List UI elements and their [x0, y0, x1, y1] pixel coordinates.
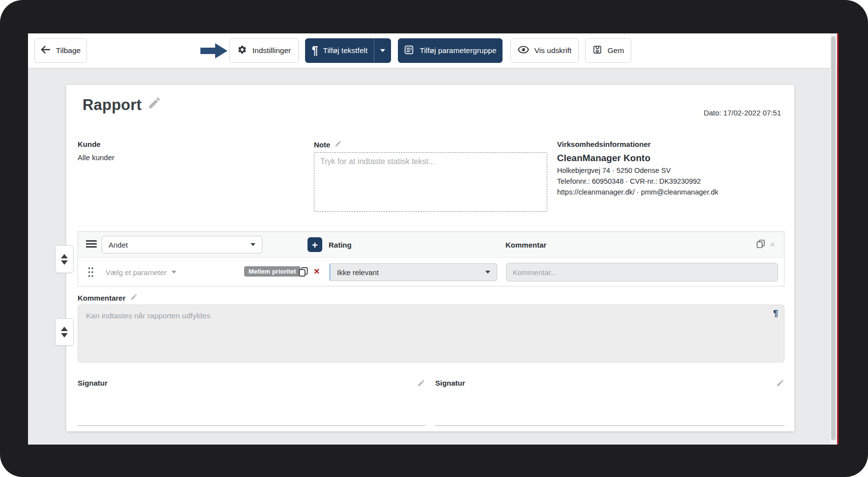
gear-icon [237, 45, 247, 56]
row-comment-input[interactable] [506, 263, 778, 281]
recording-border-line [837, 33, 839, 445]
app-window: Tilbage Indstillinger ¶ Tilføj tekstfelt [28, 33, 839, 445]
company-name: CleanManager Konto [557, 153, 788, 164]
chevron-down-icon [485, 271, 490, 274]
content-area: Rapport Dato: 17/02-2022 07:51 Kunde All… [28, 68, 839, 445]
chevron-down-icon [251, 243, 255, 246]
parameter-group-header: Andet + Rating Kommentar [78, 232, 784, 258]
delete-row-icon[interactable]: × [314, 265, 320, 277]
report-date: Dato: 17/02-2022 07:51 [703, 109, 781, 117]
comments-field-wrap: ¶ [78, 305, 784, 363]
move-comments-section-button[interactable] [55, 318, 74, 346]
company-phone-cvr: Telefonnr.: 60950348 · CVR-nr.: DK392309… [557, 177, 788, 185]
back-button-label: Tilbage [56, 46, 81, 55]
group-header-actions: × [756, 232, 775, 257]
move-down-icon [61, 260, 68, 265]
report-page: Rapport Dato: 17/02-2022 07:51 Kunde All… [66, 85, 794, 431]
settings-button[interactable]: Indstillinger [229, 38, 299, 63]
edit-note-pencil-icon[interactable] [335, 140, 342, 149]
parameter-select-placeholder: Vælg et parameter [106, 268, 167, 277]
pointer-arrow-icon [200, 43, 228, 59]
customer-value: Alle kunder [78, 153, 114, 162]
note-label-row: Note [314, 140, 342, 149]
signature-block: Signatur [78, 379, 425, 426]
add-parametergroup-label: Tilføj parametergruppe [420, 46, 496, 55]
toolbar: Tilbage Indstillinger ¶ Tilføj tekstfelt [28, 33, 839, 68]
save-button[interactable]: Gem [585, 38, 631, 63]
duplicate-row-icon[interactable] [299, 267, 308, 279]
category-select-value: Andet [109, 241, 128, 249]
pilcrow-icon: ¶ [773, 309, 778, 319]
print-preview-button[interactable]: Vis udskrift [510, 38, 579, 63]
add-textfield-dropdown-toggle[interactable] [374, 39, 391, 62]
comments-textarea[interactable] [78, 305, 784, 363]
settings-button-label: Indstillinger [252, 46, 291, 55]
rating-column-header: Rating [329, 232, 352, 257]
remove-group-icon[interactable]: × [770, 240, 775, 249]
chevron-down-icon [171, 271, 176, 274]
add-textfield-button[interactable]: ¶ Tilføj tekstfelt [305, 38, 391, 63]
rating-select[interactable]: Ikke relevant [329, 263, 497, 281]
chevron-down-icon [380, 49, 385, 52]
comment-column-header: Kommentar [505, 232, 546, 257]
add-parametergroup-button[interactable]: Tilføj parametergruppe [398, 38, 503, 63]
signature-block: Signatur [435, 379, 784, 426]
scrollbar-thumb[interactable] [831, 36, 836, 440]
company-web-email: https://cleanmanager.dk/ · pmm@cleanmana… [557, 188, 788, 196]
customer-block: Kunde Alle kunder [78, 140, 114, 162]
parameter-row: Vælg et parameter Mellem prioritet × Ikk… [78, 258, 784, 286]
edit-comments-pencil-icon[interactable] [130, 293, 138, 303]
move-up-icon [61, 327, 68, 331]
move-up-icon [61, 254, 68, 258]
back-arrow-icon [41, 45, 51, 56]
company-info-heading: Virksomhedsinformationer [557, 140, 788, 148]
signature-label: Signatur [78, 379, 108, 387]
window-frame: Tilbage Indstillinger ¶ Tilføj tekstfelt [0, 0, 868, 477]
comments-label-row: Kommentarer [78, 293, 138, 303]
move-parameter-group-button[interactable] [55, 245, 74, 273]
row-drag-handle-icon[interactable] [87, 266, 94, 280]
add-textfield-label: Tilføj tekstfelt [323, 46, 368, 55]
edit-signature-pencil-icon[interactable] [776, 379, 784, 389]
note-label: Note [314, 140, 330, 149]
parameter-group: Andet + Rating Kommentar [78, 231, 784, 286]
signature-label: Signatur [435, 379, 465, 387]
note-input[interactable] [314, 152, 547, 212]
edit-signature-pencil-icon[interactable] [417, 379, 425, 389]
print-preview-label: Vis udskrift [534, 46, 572, 55]
save-floppy-icon [592, 45, 602, 56]
rating-select-value: Ikke relevant [337, 268, 379, 277]
move-down-icon [61, 333, 68, 337]
duplicate-group-icon[interactable] [756, 239, 765, 251]
group-drag-handle-icon[interactable] [86, 240, 97, 249]
comments-label: Kommentarer [78, 294, 126, 302]
parameter-select[interactable]: Vælg et parameter [106, 258, 176, 286]
screenshot-stage: Tilbage Indstillinger ¶ Tilføj tekstfelt [0, 0, 868, 477]
back-button[interactable]: Tilbage [34, 38, 87, 63]
save-button-label: Gem [608, 46, 624, 55]
plus-icon: + [312, 240, 318, 250]
list-icon [404, 45, 414, 57]
priority-badge[interactable]: Mellem prioritet [244, 266, 301, 277]
customer-label: Kunde [78, 140, 114, 148]
edit-title-pencil-icon[interactable] [147, 96, 162, 114]
company-address: Holkebjergvej 74 · 5250 Odense SV [557, 167, 788, 174]
report-title-row: Rapport [83, 96, 162, 114]
add-textfield-main: ¶ Tilføj tekstfelt [306, 39, 374, 62]
add-parameter-button[interactable]: + [308, 237, 322, 252]
pilcrow-icon: ¶ [312, 45, 318, 56]
eye-icon [518, 45, 529, 56]
company-info-block: Virksomhedsinformationer CleanManager Ko… [557, 140, 788, 196]
category-select[interactable]: Andet [102, 236, 262, 253]
report-title: Rapport [83, 96, 141, 114]
vertical-scrollbar [830, 33, 837, 445]
